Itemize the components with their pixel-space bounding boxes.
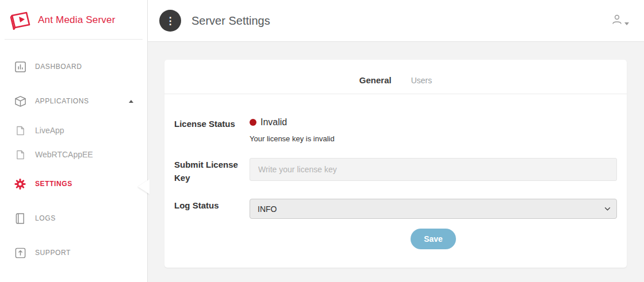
ant-media-logo-icon	[9, 10, 32, 30]
menu-kebab-button[interactable]: ⋮	[159, 10, 181, 32]
sidebar-item-webrtcappee[interactable]: WebRTCAppEE	[0, 142, 147, 167]
license-status-label: License Status	[174, 117, 250, 131]
status-dot-icon	[250, 119, 256, 126]
main-column: ⋮ Server Settings General Users	[148, 0, 644, 282]
user-menu[interactable]	[611, 14, 629, 28]
sidebar-item-settings[interactable]: SETTINGS	[0, 167, 147, 201]
chevron-down-icon	[624, 22, 629, 25]
collapse-caret-icon[interactable]	[129, 100, 133, 103]
license-key-row: Submit License Key	[174, 158, 617, 184]
active-item-notch	[138, 179, 150, 194]
file-icon	[14, 149, 26, 160]
settings-card: General Users License Status Invalid You…	[164, 60, 627, 268]
dashboard-icon	[14, 60, 26, 73]
save-button[interactable]: Save	[411, 229, 456, 249]
brand-name: Ant Media Server	[38, 14, 116, 26]
sidebar-nav: DASHBOARD APPLICATIONS	[0, 40, 147, 270]
license-status-value: Invalid	[260, 117, 287, 128]
sidebar-item-label: APPLICATIONS	[35, 97, 89, 105]
brand-logo-row[interactable]: Ant Media Server	[0, 0, 147, 39]
settings-tabs: General Users	[164, 60, 627, 94]
log-status-label: Log Status	[174, 199, 250, 213]
support-icon	[14, 246, 26, 259]
sidebar-item-applications[interactable]: APPLICATIONS	[0, 84, 147, 118]
tab-users[interactable]: Users	[411, 76, 432, 85]
gear-icon	[14, 177, 26, 190]
sidebar-item-label: WebRTCAppEE	[35, 150, 93, 159]
sidebar-item-logs[interactable]: LOGS	[0, 201, 147, 235]
content-area: General Users License Status Invalid You…	[148, 42, 644, 282]
sidebar-item-support[interactable]: SUPPORT	[0, 235, 147, 270]
server-settings-form: License Status Invalid Your license key …	[164, 94, 627, 249]
sidebar-item-dashboard[interactable]: DASHBOARD	[0, 49, 147, 84]
user-icon	[611, 14, 623, 28]
sidebar: Ant Media Server DASHBOARD	[0, 0, 148, 282]
log-status-select[interactable]: INFO	[250, 199, 617, 219]
license-key-label: Submit License Key	[174, 158, 250, 184]
tab-general[interactable]: General	[359, 75, 392, 85]
sidebar-item-label: SUPPORT	[35, 249, 71, 257]
license-status-value-block: Invalid Your license key is invalid	[250, 117, 617, 143]
sidebar-item-label: LOGS	[35, 214, 56, 222]
applications-box-icon	[14, 95, 26, 107]
sidebar-item-label: DASHBOARD	[35, 63, 82, 71]
top-header: ⋮ Server Settings	[148, 0, 644, 42]
logs-icon	[14, 212, 26, 225]
sidebar-item-liveapp[interactable]: LiveApp	[0, 118, 147, 142]
log-status-select-wrap: INFO	[250, 199, 617, 219]
license-status-row: License Status Invalid Your license key …	[174, 117, 617, 143]
sidebar-item-label: SETTINGS	[35, 180, 72, 188]
sidebar-item-label: LiveApp	[35, 126, 64, 135]
app-window: Ant Media Server DASHBOARD	[0, 0, 644, 282]
save-row: Save	[174, 229, 617, 249]
file-icon	[14, 125, 26, 136]
license-key-input[interactable]	[250, 158, 617, 181]
page-title: Server Settings	[191, 14, 270, 28]
license-status-description: Your license key is invalid	[250, 134, 617, 143]
log-status-row: Log Status INFO	[174, 199, 617, 219]
license-status-line: Invalid	[250, 117, 617, 128]
